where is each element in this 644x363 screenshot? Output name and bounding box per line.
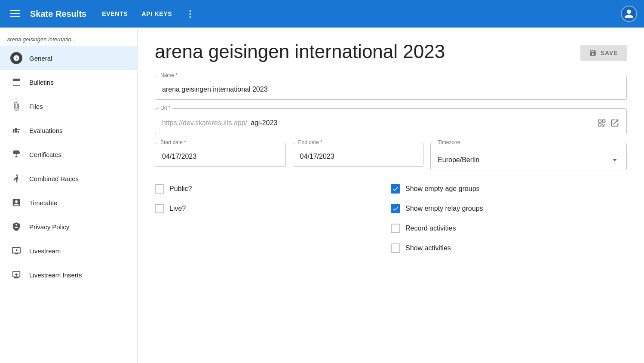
sidebar: arena geisingen internatio... General Bu… bbox=[0, 28, 138, 363]
sidebar-label-general: General bbox=[29, 55, 52, 62]
apikeys-link[interactable]: API KEYS bbox=[138, 9, 175, 19]
date-row: Start date * End date * Timezone Europe/… bbox=[155, 143, 627, 170]
sidebar-item-files[interactable]: Files bbox=[0, 94, 137, 118]
timezone-dropdown-icon[interactable] bbox=[610, 155, 619, 165]
name-field-group: Name * bbox=[155, 76, 627, 100]
sidebar-item-bulletins[interactable]: Bulletins bbox=[0, 70, 137, 94]
public-checkbox[interactable] bbox=[155, 184, 164, 194]
sidebar-item-certificates[interactable]: Certificates bbox=[0, 142, 137, 166]
person-running-icon bbox=[10, 172, 22, 185]
save-icon bbox=[589, 49, 597, 57]
account-icon bbox=[624, 9, 634, 19]
sidebar-item-evaluations[interactable]: Evaluations bbox=[0, 118, 137, 142]
external-link-icon[interactable] bbox=[610, 118, 619, 128]
sidebar-label-evaluations: Evaluations bbox=[29, 127, 63, 134]
chart-icon bbox=[10, 124, 22, 136]
start-date-field: Start date * bbox=[155, 143, 286, 170]
hamburger-button[interactable] bbox=[7, 7, 23, 21]
url-prefix: https://dev.skateresults.app/ bbox=[162, 119, 247, 127]
start-date-input[interactable] bbox=[162, 153, 279, 160]
sidebar-label-livestream-inserts: Livestream Inserts bbox=[29, 271, 82, 279]
page-title: arena geisingen international 2023 bbox=[155, 41, 445, 62]
sidebar-item-timetable[interactable]: Timetable bbox=[0, 191, 137, 215]
url-slug-input[interactable] bbox=[251, 119, 594, 127]
record-activities-label[interactable]: Record activities bbox=[405, 225, 456, 232]
name-input[interactable] bbox=[162, 86, 619, 93]
more-menu-button[interactable]: ⋮ bbox=[182, 7, 198, 21]
save-button[interactable]: SAVE bbox=[580, 45, 627, 61]
show-activities-label[interactable]: Show activities bbox=[405, 244, 451, 252]
sidebar-label-certificates: Certificates bbox=[29, 151, 61, 158]
events-link[interactable]: EVENTS bbox=[98, 9, 131, 19]
public-label[interactable]: Public? bbox=[169, 185, 192, 193]
live-label[interactable]: Live? bbox=[169, 205, 186, 212]
url-field-group: Url * https://dev.skateresults.app/ bbox=[155, 108, 627, 134]
calendar-icon bbox=[10, 76, 22, 88]
name-label: Name * bbox=[159, 72, 179, 78]
end-date-field: End date * bbox=[293, 143, 424, 170]
show-empty-age-checkbox[interactable] bbox=[391, 184, 400, 194]
timetable-icon bbox=[10, 197, 22, 209]
user-avatar[interactable] bbox=[621, 6, 637, 22]
tv-icon bbox=[10, 245, 22, 257]
sidebar-item-general[interactable]: General bbox=[0, 46, 137, 70]
sidebar-label-livestream: Livestream bbox=[29, 247, 61, 255]
start-date-label: Start date * bbox=[159, 139, 188, 145]
url-label: Url * bbox=[159, 105, 172, 111]
trophy-icon bbox=[10, 148, 22, 160]
checkbox-show-empty-age: Show empty age groups bbox=[391, 179, 627, 199]
topnav: Skate Results EVENTS API KEYS ⋮ bbox=[0, 0, 644, 28]
checkbox-public: Public? bbox=[155, 179, 391, 199]
sidebar-label-bulletins: Bulletins bbox=[29, 79, 54, 86]
shield-icon bbox=[10, 221, 22, 233]
sidebar-label-timetable: Timetable bbox=[29, 199, 57, 206]
checkbox-live: Live? bbox=[155, 199, 391, 218]
checkbox-show-activities: Show activities bbox=[391, 238, 627, 258]
show-empty-relay-label[interactable]: Show empty relay groups bbox=[405, 205, 483, 212]
live-checkbox[interactable] bbox=[155, 204, 164, 213]
show-activities-checkbox[interactable] bbox=[391, 243, 400, 253]
show-empty-age-label[interactable]: Show empty age groups bbox=[405, 185, 480, 193]
checkbox-record-activities: Record activities bbox=[391, 218, 627, 238]
timezone-field: Timezone Europe/Berlin bbox=[430, 143, 627, 170]
info-icon bbox=[10, 52, 22, 64]
sidebar-item-privacy-policy[interactable]: Privacy Policy bbox=[0, 215, 137, 239]
sidebar-label-privacy-policy: Privacy Policy bbox=[29, 223, 69, 231]
end-date-label: End date * bbox=[297, 139, 324, 145]
name-field-box[interactable]: Name * bbox=[155, 76, 627, 100]
timezone-label: Timezone bbox=[436, 139, 462, 145]
checkbox-grid: Public? Live? Show empty age groups bbox=[155, 179, 627, 258]
record-activities-checkbox[interactable] bbox=[391, 224, 400, 233]
save-label: SAVE bbox=[600, 49, 618, 56]
screen-icon bbox=[10, 269, 22, 281]
sidebar-label-combined-races: Combined Races bbox=[29, 175, 79, 182]
main-content: arena geisingen international 2023 SAVE … bbox=[138, 28, 644, 363]
timezone-value: Europe/Berlin bbox=[438, 156, 610, 164]
sidebar-event-title: arena geisingen internatio... bbox=[0, 31, 137, 46]
page-header: arena geisingen international 2023 SAVE bbox=[155, 41, 627, 62]
url-field-box: Url * https://dev.skateresults.app/ bbox=[155, 108, 627, 134]
checkbox-show-empty-relay: Show empty relay groups bbox=[391, 199, 627, 218]
qr-icon[interactable] bbox=[597, 118, 607, 128]
show-empty-relay-checkbox[interactable] bbox=[391, 204, 400, 213]
url-icons bbox=[597, 118, 619, 128]
sidebar-item-combined-races[interactable]: Combined Races bbox=[0, 166, 137, 191]
paperclip-icon bbox=[10, 100, 22, 112]
sidebar-label-files: Files bbox=[29, 103, 43, 110]
layout: arena geisingen internatio... General Bu… bbox=[0, 28, 644, 363]
end-date-input[interactable] bbox=[300, 153, 417, 160]
sidebar-item-livestream[interactable]: Livestream bbox=[0, 239, 137, 263]
sidebar-item-livestream-inserts[interactable]: Livestream Inserts bbox=[0, 263, 137, 287]
brand-title: Skate Results bbox=[30, 9, 86, 19]
